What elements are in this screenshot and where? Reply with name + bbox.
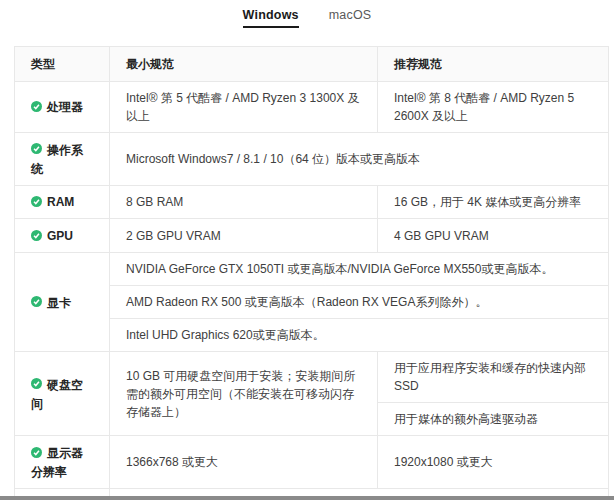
platform-tabs: Windows macOS [0, 0, 614, 30]
row-label: GPU [47, 229, 73, 243]
system-requirements-page: Windows macOS 类型 最小规范 推荐规范 处理器 Intel® [0, 0, 614, 500]
cpu-min-cell: Intel® 第 5 代酷睿 / AMD Ryzen 3 1300X 及以上 [110, 82, 378, 133]
gpu-rec-cell: 4 GB GPU VRAM [378, 219, 609, 253]
col-header-min: 最小规范 [110, 47, 378, 82]
graphics-intel-cell: Intel UHD Graphics 620或更高版本。 [110, 319, 609, 352]
table-row-display: 显示器分辨率 1366x768 或更大 1920x1080 或更大 [15, 436, 609, 489]
table-row-ram: RAM 8 GB RAM 16 GB，用于 4K 媒体或更高分辨率 [15, 185, 609, 219]
graphics-amd-cell: AMD Radeon RX 500 或更高版本（Radeon RX VEGA系列… [110, 286, 609, 319]
row-label: 处理器 [47, 100, 83, 114]
table-header-row: 类型 最小规范 推荐规范 [15, 47, 609, 82]
check-icon [31, 296, 42, 307]
check-icon [31, 143, 42, 154]
ram-min-cell: 8 GB RAM [110, 185, 378, 219]
window-bottom-edge [0, 496, 614, 500]
table-row-gpu: GPU 2 GB GPU VRAM 4 GB GPU VRAM [15, 219, 609, 253]
row-label-cell-display: 显示器分辨率 [15, 436, 110, 489]
table-row-graphics: 显卡 NVIDIA GeForce GTX 1050TI 或更高版本/NVIDI… [15, 253, 609, 286]
tab-windows[interactable]: Windows [243, 8, 299, 28]
row-label-cell-ram: RAM [15, 185, 110, 219]
col-header-rec: 推荐规范 [378, 47, 609, 82]
disk-min-cell: 10 GB 可用硬盘空间用于安装；安装期间所需的额外可用空间（不能安装在可移动闪… [110, 352, 378, 436]
table-row-disk: 硬盘空间 10 GB 可用硬盘空间用于安装；安装期间所需的额外可用空间（不能安装… [15, 352, 609, 403]
table-row-cpu: 处理器 Intel® 第 5 代酷睿 / AMD Ryzen 3 1300X 及… [15, 82, 609, 133]
row-label-cell-graphics: 显卡 [15, 253, 110, 352]
check-icon [31, 230, 42, 241]
row-label-cell-gpu: GPU [15, 219, 110, 253]
gpu-min-cell: 2 GB GPU VRAM [110, 219, 378, 253]
disk-rec-media-cell: 用于媒体的额外高速驱动器 [378, 403, 609, 436]
row-label-cell-cpu: 处理器 [15, 82, 110, 133]
os-spec-cell: Microsoft Windows7 / 8.1 / 10（64 位）版本或更高… [110, 133, 609, 186]
row-label-cell-os: 操作系统 [15, 133, 110, 186]
check-icon [31, 378, 42, 389]
display-min-cell: 1366x768 或更大 [110, 436, 378, 489]
col-header-type: 类型 [15, 47, 110, 82]
tab-macos[interactable]: macOS [329, 8, 372, 26]
row-label: 显卡 [47, 296, 71, 310]
check-icon [31, 101, 42, 112]
disk-rec-ssd-cell: 用于应用程序安装和缓存的快速内部 SSD [378, 352, 609, 403]
check-icon [31, 196, 42, 207]
requirements-table: 类型 最小规范 推荐规范 处理器 Intel® 第 5 代酷睿 / AMD Ry… [14, 46, 609, 500]
cpu-rec-cell: Intel® 第 8 代酷睿 / AMD Ryzen 5 2600X 及以上 [378, 82, 609, 133]
row-label: RAM [47, 195, 74, 209]
table-row-os: 操作系统 Microsoft Windows7 / 8.1 / 10（64 位）… [15, 133, 609, 186]
display-rec-cell: 1920x1080 或更大 [378, 436, 609, 489]
ram-rec-cell: 16 GB，用于 4K 媒体或更高分辨率 [378, 185, 609, 219]
check-icon [31, 447, 42, 458]
graphics-nvidia-cell: NVIDIA GeForce GTX 1050TI 或更高版本/NVIDIA G… [110, 253, 609, 286]
row-label-cell-disk: 硬盘空间 [15, 352, 110, 436]
